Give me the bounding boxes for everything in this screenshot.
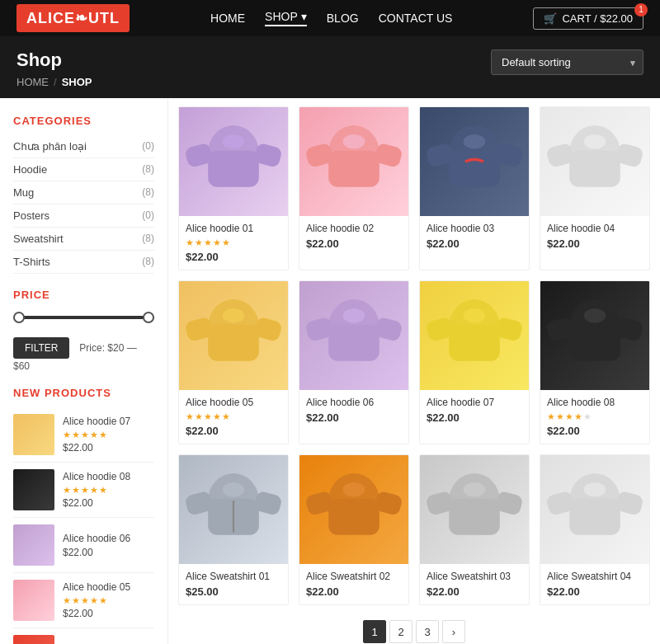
product-card[interactable]: Alice hoodie 08 ★★★★★ $22.00 xyxy=(540,280,650,444)
product-card[interactable]: Alice Sweatshirt 03 $22.00 xyxy=(419,454,530,605)
product-price: $22.00 xyxy=(547,237,643,250)
new-product-thumbnail xyxy=(13,469,54,510)
page-button-2[interactable]: 2 xyxy=(389,620,412,643)
product-card[interactable]: Alice hoodie 04 $22.00 xyxy=(540,106,650,270)
new-product-item[interactable]: Alice hoodie 07 ★★★★★ $22.00 xyxy=(13,407,154,463)
svg-rect-52 xyxy=(449,499,500,535)
site-header: ALICE❧UTL HOME SHOP ▾ BLOG CONTACT US 🛒 … xyxy=(0,0,660,36)
product-card[interactable]: Alice hoodie 02 $22.00 xyxy=(299,106,409,270)
category-count: (8) xyxy=(142,233,154,245)
svg-point-9 xyxy=(343,134,365,149)
product-card[interactable]: Alice hoodie 01 ★★★★★ $22.00 xyxy=(178,106,289,270)
product-name: Alice hoodie 02 xyxy=(306,223,402,234)
new-product-name: Alice hoodie 08 xyxy=(63,471,154,482)
product-card[interactable]: Alice Sweatshirt 01 $25.00 xyxy=(178,454,289,605)
new-product-thumbnail xyxy=(13,580,54,621)
product-price: $22.00 xyxy=(306,237,402,250)
product-name: Alice hoodie 01 xyxy=(186,223,281,234)
product-price: $22.00 xyxy=(306,585,402,598)
product-card[interactable]: Alice Sweatshirt 02 $22.00 xyxy=(299,454,409,605)
cart-count-badge: 1 xyxy=(634,3,648,16)
svg-rect-21 xyxy=(208,325,259,361)
product-price: $22.00 xyxy=(186,425,281,437)
product-image xyxy=(420,455,529,564)
product-name: Alice Sweatshirt 02 xyxy=(306,571,402,582)
category-count: (0) xyxy=(142,140,154,153)
product-card[interactable]: Alice hoodie 03 $22.00 xyxy=(419,106,530,270)
svg-point-4 xyxy=(223,134,244,149)
category-item[interactable]: Chưa phân loại (0) xyxy=(13,135,154,158)
product-price: $22.00 xyxy=(547,585,643,598)
product-card[interactable]: Alice hoodie 05 ★★★★★ $22.00 xyxy=(178,280,289,444)
new-product-thumbnail xyxy=(13,414,54,455)
page-title: Shop xyxy=(16,49,92,71)
cart-icon: 🛒 xyxy=(544,12,557,25)
category-item[interactable]: Mug (8) xyxy=(13,181,154,204)
product-price: $22.00 xyxy=(306,411,402,424)
cart-label: CART / $22.00 xyxy=(562,12,633,25)
product-image xyxy=(299,455,408,564)
svg-point-55 xyxy=(464,482,485,497)
price-handle-right[interactable] xyxy=(143,312,154,323)
breadcrumb-home[interactable]: HOME xyxy=(16,76,49,88)
product-image xyxy=(179,281,288,390)
product-info: Alice Sweatshirt 03 $22.00 xyxy=(420,564,529,604)
new-product-name: Alice hoodie 07 xyxy=(63,416,154,427)
new-product-name: Alice hoodie 05 xyxy=(63,581,154,593)
svg-point-29 xyxy=(343,308,365,323)
pagination: 1 2 3 › xyxy=(178,605,650,644)
product-card[interactable]: Alice hoodie 07 $22.00 xyxy=(419,280,530,444)
sort-wrapper: Default sortingSort by popularitySort by… xyxy=(491,49,644,75)
new-product-item[interactable]: Alice hoodie 06 $22.00 xyxy=(13,518,154,573)
svg-rect-6 xyxy=(328,151,380,187)
product-price: $25.00 xyxy=(186,585,281,598)
product-info: Alice hoodie 04 $22.00 xyxy=(540,216,649,256)
product-card[interactable]: Alice Sweatshirt 04 $22.00 xyxy=(540,454,650,605)
category-item[interactable]: Sweatshirt (8) xyxy=(13,228,154,251)
product-price: $22.00 xyxy=(427,237,522,250)
new-product-price: $22.00 xyxy=(63,547,154,558)
price-handle-left[interactable] xyxy=(13,312,25,323)
cart-button[interactable]: 🛒 CART / $22.00 1 xyxy=(533,7,644,30)
nav-home[interactable]: HOME xyxy=(210,12,245,25)
product-info: Alice hoodie 03 $22.00 xyxy=(420,216,529,256)
new-product-price: $22.00 xyxy=(63,608,154,619)
nav-contact[interactable]: CONTACT US xyxy=(379,12,453,25)
new-product-info: Alice hoodie 08 ★★★★★ $22.00 xyxy=(63,471,154,509)
product-name: Alice hoodie 07 xyxy=(427,397,522,408)
product-name: Alice Sweatshirt 03 xyxy=(427,571,522,582)
pagination-next-button[interactable]: › xyxy=(442,620,465,643)
filter-button[interactable]: FILTER xyxy=(13,337,69,359)
svg-point-39 xyxy=(584,308,606,323)
category-item[interactable]: Hoodie (8) xyxy=(13,158,154,181)
nav-shop[interactable]: SHOP ▾ xyxy=(265,10,307,26)
category-item[interactable]: Posters (0) xyxy=(13,204,154,228)
nav-blog[interactable]: BLOG xyxy=(327,12,359,25)
product-price: $22.00 xyxy=(427,585,522,598)
category-name: Hoodie xyxy=(13,163,47,176)
product-name: Alice hoodie 05 xyxy=(186,397,281,408)
svg-point-24 xyxy=(223,308,244,323)
category-name: T-Shirts xyxy=(13,256,50,268)
new-product-price: $22.00 xyxy=(63,497,154,509)
price-slider[interactable] xyxy=(13,309,154,326)
product-card[interactable]: Alice hoodie 06 $22.00 xyxy=(299,280,409,444)
site-logo[interactable]: ALICE❧UTL xyxy=(16,4,130,32)
category-count: (8) xyxy=(142,163,154,176)
product-info: Alice hoodie 07 $22.00 xyxy=(420,390,529,430)
new-product-item[interactable]: Alice hoodie 05 ★★★★★ $22.00 xyxy=(13,573,154,628)
page-button-1[interactable]: 1 xyxy=(363,620,386,643)
new-product-price: $22.00 xyxy=(63,442,154,454)
new-product-item[interactable]: Alice hoodie 08 ★★★★★ $22.00 xyxy=(13,463,154,518)
page-button-3[interactable]: 3 xyxy=(416,620,439,643)
product-info: Alice hoodie 06 $22.00 xyxy=(299,390,408,430)
product-name: Alice Sweatshirt 04 xyxy=(547,571,643,582)
product-stars: ★★★★★ xyxy=(186,411,281,422)
svg-rect-26 xyxy=(328,325,380,361)
category-name: Chưa phân loại xyxy=(13,140,87,153)
sort-select[interactable]: Default sortingSort by popularitySort by… xyxy=(491,49,644,75)
category-item[interactable]: T-Shirts (8) xyxy=(13,251,154,274)
new-product-item[interactable]: Alice T-shirt 08 $22.00 xyxy=(13,628,154,644)
product-name: Alice hoodie 04 xyxy=(547,223,643,234)
product-grid-section: Alice hoodie 01 ★★★★★ $22.00 Alice hoodi… xyxy=(168,98,660,644)
